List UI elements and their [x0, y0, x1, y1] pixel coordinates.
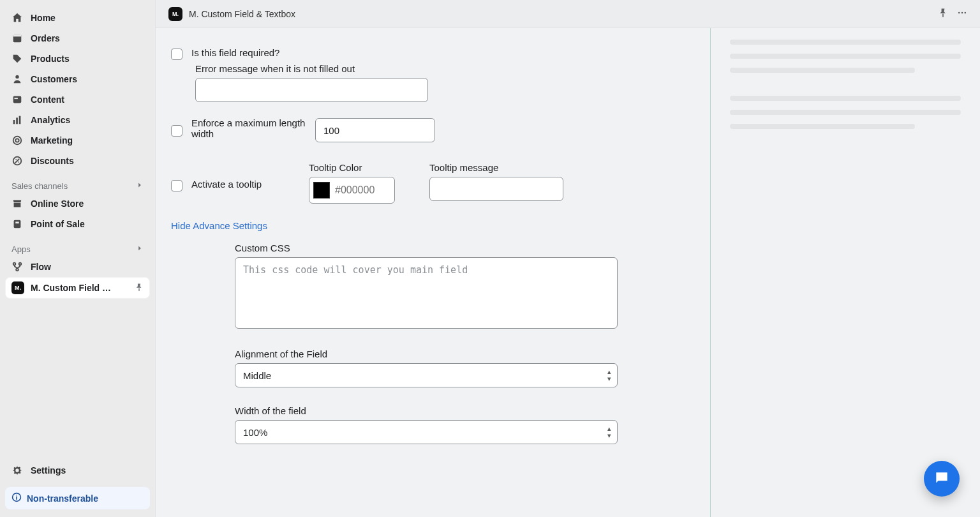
nav-label: Analytics [31, 115, 70, 125]
sales-channels-header: Sales channels [5, 176, 150, 193]
more-icon[interactable] [957, 8, 967, 20]
active-app-label: M. Custom Field & Tex... [31, 283, 114, 293]
pin-icon[interactable] [938, 8, 948, 20]
nav-label: Settings [31, 465, 66, 476]
nav-label: Products [31, 54, 70, 64]
custom-css-textarea[interactable] [235, 257, 618, 329]
store-icon [11, 198, 23, 209]
titlebar: M. M. Custom Field & Textbox [156, 0, 980, 28]
tooltip-activate-label: Activate a tooltip [191, 179, 300, 190]
nav-orders[interactable]: Orders [5, 28, 150, 49]
svg-point-17 [958, 12, 960, 14]
tooltip-activate-checkbox[interactable] [171, 180, 182, 191]
info-icon [11, 492, 22, 504]
width-label: Width of the field [235, 405, 618, 416]
maxlen-input[interactable] [315, 118, 435, 142]
svg-rect-7 [19, 116, 21, 124]
sidebar: Home Orders Products Customers [0, 0, 156, 517]
tooltip-message-input[interactable] [429, 177, 563, 201]
non-transferable-badge[interactable]: Non-transferable [5, 487, 150, 509]
svg-point-19 [965, 12, 967, 14]
tooltip-color-input[interactable] [309, 177, 395, 204]
form-column: Is this field required? Error message wh… [156, 28, 711, 517]
home-icon [11, 12, 23, 24]
analytics-icon [11, 114, 23, 126]
orders-icon [11, 33, 23, 44]
discount-icon [11, 155, 23, 167]
enforce-maxlen-checkbox[interactable] [171, 125, 182, 137]
required-checkbox[interactable] [171, 49, 182, 60]
svg-rect-11 [14, 220, 21, 229]
nav-label: Point of Sale [31, 219, 85, 229]
nav-discounts[interactable]: Discounts [5, 151, 150, 171]
nav-customers[interactable]: Customers [5, 69, 150, 89]
nav-marketing[interactable]: Marketing [5, 130, 150, 151]
chevron-right-icon[interactable] [136, 181, 144, 191]
required-label: Is this field required? [191, 47, 695, 58]
skeleton-line [730, 96, 961, 101]
page-title: M. Custom Field & Textbox [189, 9, 295, 19]
nav-label: Home [31, 13, 56, 23]
tooltip-color-label: Tooltip Color [309, 162, 395, 173]
svg-point-14 [19, 263, 22, 266]
enforce-maxlen-label: Enforce a maximum length width [191, 117, 306, 139]
flow-icon [11, 261, 23, 273]
nav-analytics[interactable]: Analytics [5, 110, 150, 130]
width-select[interactable]: 100% [235, 420, 618, 444]
chat-icon [933, 470, 950, 488]
svg-point-18 [961, 12, 963, 14]
chevron-right-icon[interactable] [136, 244, 144, 254]
content-icon [11, 94, 23, 105]
nav-label: Online Store [31, 199, 84, 209]
tooltip-message-label: Tooltip message [429, 162, 563, 173]
pin-icon[interactable] [135, 283, 144, 294]
apps-header: Apps [5, 239, 150, 257]
skeleton-line [730, 110, 961, 115]
nav-point-of-sale[interactable]: Point of Sale [5, 214, 150, 234]
section-title: Apps [11, 244, 31, 254]
tag-icon [11, 53, 23, 64]
hide-advance-link[interactable]: Hide Advance Settings [171, 220, 267, 231]
nav-label: Marketing [31, 135, 73, 146]
svg-point-15 [16, 269, 19, 271]
nav-label: Customers [31, 74, 77, 84]
nav-home[interactable]: Home [5, 8, 150, 28]
app-logo-icon: M. [11, 281, 24, 294]
chat-fab[interactable] [924, 461, 960, 497]
skeleton-line [730, 124, 915, 129]
non-transferable-label: Non-transferable [27, 493, 98, 504]
svg-rect-5 [13, 120, 15, 124]
error-message-input[interactable] [195, 78, 428, 102]
nav-label: Orders [31, 33, 60, 43]
alignment-select[interactable]: Middle [235, 363, 618, 387]
svg-rect-6 [16, 117, 18, 124]
nav-label: Content [31, 94, 64, 105]
skeleton-line [730, 68, 915, 73]
svg-rect-12 [15, 221, 19, 223]
error-message-label: Error message when it is not filled out [195, 63, 695, 74]
svg-rect-3 [13, 96, 22, 103]
skeleton-line [730, 40, 961, 45]
preview-column [711, 28, 980, 517]
svg-point-2 [15, 75, 19, 79]
svg-rect-1 [13, 34, 22, 37]
nav-settings[interactable]: Settings [5, 460, 150, 481]
color-swatch[interactable] [313, 182, 330, 199]
person-icon [11, 73, 23, 85]
nav-label: Discounts [31, 156, 74, 166]
target-icon [11, 135, 23, 146]
custom-css-label: Custom CSS [235, 243, 618, 253]
nav-flow[interactable]: Flow [5, 257, 150, 277]
alignment-label: Alignment of the Field [235, 348, 618, 359]
svg-point-8 [13, 137, 22, 145]
svg-point-9 [15, 139, 19, 142]
nav-label: Flow [31, 262, 51, 272]
nav-content[interactable]: Content [5, 89, 150, 110]
active-app-pill[interactable]: M. M. Custom Field & Tex... [5, 277, 150, 299]
section-title: Sales channels [11, 181, 68, 191]
pos-icon [11, 218, 23, 230]
nav-products[interactable]: Products [5, 49, 150, 69]
nav-online-store[interactable]: Online Store [5, 193, 150, 214]
tooltip-color-text[interactable] [335, 184, 386, 196]
gear-icon [11, 465, 23, 476]
